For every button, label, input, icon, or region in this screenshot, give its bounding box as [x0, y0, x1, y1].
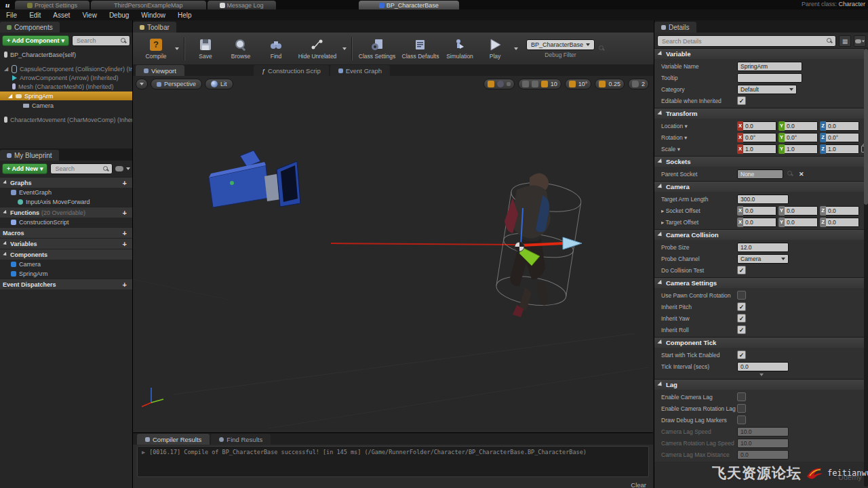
myblueprint-search[interactable] [50, 163, 113, 174]
scale-z-field[interactable]: 1.0 [826, 144, 859, 154]
grid-snap-icon[interactable] [541, 81, 548, 87]
menu-window[interactable]: Window [135, 12, 172, 19]
category-dropdown[interactable]: Default [737, 85, 797, 94]
plane-snap-icon[interactable] [532, 81, 538, 87]
location-label[interactable]: Location ▾ [661, 123, 737, 129]
probe-channel-dropdown[interactable]: Camera [737, 254, 789, 264]
socket-offset-x-field[interactable]: 0.0 [743, 206, 776, 216]
add-function-button[interactable]: + [123, 209, 130, 217]
section-macros[interactable]: Macros + [0, 227, 132, 238]
play-options-chevron-icon[interactable] [514, 47, 518, 50]
add-new-button[interactable]: + Add New ▾ [2, 163, 47, 174]
socket-offset-y-field[interactable]: 0.0 [785, 206, 818, 216]
add-component-button[interactable]: + Add Component ▾ [2, 35, 69, 46]
tab-bp-characterbase[interactable]: BP_CharacterBase [359, 1, 459, 9]
item-var-springarm[interactable]: SpringArm [0, 269, 132, 279]
menu-debug[interactable]: Debug [103, 12, 135, 19]
gizmo-mode-group[interactable] [484, 79, 515, 89]
tab-event-graph[interactable]: Event Graph [330, 65, 390, 76]
scale-y-field[interactable]: 1.0 [785, 144, 818, 154]
inherit-pitch-checkbox[interactable] [737, 302, 746, 311]
log-expander-icon[interactable]: ▶ [142, 449, 145, 474]
viewport-options-button[interactable] [136, 79, 148, 89]
start-with-tick-enabled-checkbox[interactable] [737, 350, 746, 359]
hide-unrelated-chevron-icon[interactable] [342, 47, 347, 50]
tab-my-blueprint[interactable]: My Blueprint [0, 150, 59, 161]
target-offset-y-field[interactable]: 0.0 [785, 218, 818, 227]
item-eventgraph[interactable]: EventGraph [0, 188, 132, 197]
view-options-icon[interactable] [854, 35, 866, 47]
tab-compiler-results[interactable]: Compiler Results [137, 434, 210, 445]
scale-snap-icon[interactable] [599, 81, 606, 87]
section-camera[interactable]: Camera [654, 181, 868, 192]
menu-help[interactable]: Help [172, 12, 198, 19]
tick-interval-field[interactable]: 0.0 [737, 362, 789, 371]
do-collision-test-checkbox[interactable] [737, 266, 746, 274]
section-functions[interactable]: Functions (20 Overridable) + [0, 207, 132, 218]
draw-debug-lag-markers-checkbox[interactable] [737, 415, 746, 424]
location-x-field[interactable]: 0.0 [743, 121, 776, 131]
grid-snap-group[interactable]: 10 [518, 79, 561, 89]
debug-object-dropdown[interactable]: BP_CharacterBase [526, 39, 595, 50]
components-search[interactable] [72, 35, 130, 46]
browse-button[interactable]: Browse [223, 37, 258, 60]
details-search-input[interactable] [660, 37, 827, 45]
camera-speed-value[interactable]: 2 [642, 81, 645, 87]
tree-item-self[interactable]: BP_CharacterBase(self) [0, 50, 132, 59]
add-macro-button[interactable]: + [123, 229, 130, 237]
tab-find-results[interactable]: Find Results [211, 434, 271, 445]
variable-name-field[interactable]: SpringArm [737, 62, 802, 71]
viewport-3d[interactable]: Perspective Lit 10 [133, 76, 653, 432]
compile-options-chevron-icon[interactable] [175, 47, 179, 50]
inherit-roll-checkbox[interactable] [737, 325, 746, 334]
tree-item-capsule[interactable]: ◢ CapsuleComponent (CollisionCylinder) (… [0, 64, 132, 73]
section-sockets[interactable]: Sockets [654, 156, 868, 167]
socket-offset-label[interactable]: ▸ Socket Offset [661, 207, 737, 214]
menu-asset[interactable]: Asset [47, 12, 76, 19]
perspective-button[interactable]: Perspective [151, 79, 202, 89]
probe-size-field[interactable]: 12.0 [737, 243, 789, 252]
scale-x-field[interactable]: 1.0 [743, 144, 776, 154]
section-lag[interactable]: Lag [654, 379, 868, 390]
show-advanced-expander[interactable] [654, 372, 868, 378]
location-z-field[interactable]: 0.0 [826, 121, 859, 131]
rotation-x-field[interactable]: 0.0° [743, 133, 776, 142]
inherit-yaw-checkbox[interactable] [737, 314, 746, 323]
socket-clear-icon[interactable]: ✕ [799, 171, 804, 178]
enable-camera-rotation-lag-checkbox[interactable] [737, 404, 746, 413]
components-search-input[interactable] [75, 37, 121, 45]
simulation-button[interactable]: Simulation [442, 37, 477, 60]
find-button[interactable]: Find [258, 37, 294, 60]
move-snap-icon[interactable] [522, 81, 529, 87]
rotation-y-field[interactable]: 0.0° [785, 133, 818, 142]
details-scrollbar[interactable] [864, 47, 868, 487]
camera-speed-icon[interactable] [632, 81, 639, 87]
tree-item-movement[interactable]: CharacterMovement (CharMoveComp) (Inher [0, 115, 132, 124]
section-components-vars[interactable]: Components [0, 249, 132, 260]
scale-snap-group[interactable]: 0.25 [595, 79, 625, 89]
scale-snap-value[interactable]: 0.25 [608, 81, 620, 87]
grid-snap-value[interactable]: 10 [551, 81, 557, 87]
myblueprint-search-input[interactable] [54, 165, 103, 173]
class-settings-button[interactable]: Class Settings [355, 37, 399, 60]
lit-button[interactable]: Lit [205, 79, 233, 89]
section-graphs[interactable]: Graphs + [0, 177, 132, 188]
class-defaults-button[interactable]: Class Defaults [399, 37, 442, 60]
location-y-field[interactable]: 0.0 [785, 121, 818, 131]
rotation-label[interactable]: Rotation ▾ [661, 134, 737, 141]
socket-search-icon[interactable] [787, 171, 793, 177]
menu-view[interactable]: View [76, 12, 103, 19]
scale-label[interactable]: Scale ▾ [661, 146, 737, 152]
parent-socket-field[interactable]: None [737, 169, 783, 179]
rotation-z-field[interactable]: 0.0° [826, 133, 859, 142]
play-button[interactable]: Play [477, 37, 513, 60]
compiler-log[interactable]: ▶ [0016.17] Compile of BP_CharacterBase … [137, 446, 649, 477]
add-graph-button[interactable]: + [123, 179, 130, 187]
tab-construction-script[interactable]: ƒ Construction Scrip [254, 65, 329, 76]
camera-speed-group[interactable]: 2 [628, 79, 649, 89]
socket-offset-z-field[interactable]: 0.0 [826, 206, 859, 216]
tab-details[interactable]: Details [654, 22, 696, 33]
surface-snap-icon[interactable] [507, 82, 511, 86]
target-offset-z-field[interactable]: 0.0 [826, 218, 859, 227]
tab-toolbar[interactable]: Toolbar [133, 22, 176, 33]
